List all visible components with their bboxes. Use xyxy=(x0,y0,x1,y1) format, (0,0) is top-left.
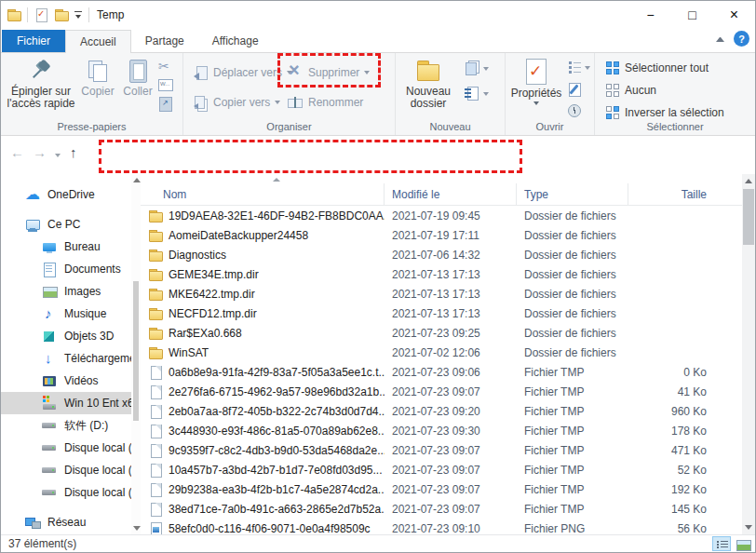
sidebar-item[interactable]: Images xyxy=(1,280,141,303)
select-all-button[interactable]: Sélectionner tout xyxy=(606,59,724,77)
column-header-modified[interactable]: Modifié le xyxy=(385,183,517,205)
file-name-cell[interactable]: WinSAT xyxy=(141,345,385,360)
image-file-icon xyxy=(148,521,163,535)
file-name-cell[interactable]: 10a457b7-a3bd-42b7-b1d7-7e08fd03d95... xyxy=(141,463,385,478)
open-button[interactable] xyxy=(567,60,590,75)
table-row[interactable]: 2e276fa6-6715-4962-9a57-98e96bd32a1b...2… xyxy=(141,382,742,401)
file-name-cell[interactable]: GEME34E.tmp.dir xyxy=(141,267,385,282)
file-name-cell[interactable]: 2e276fa6-6715-4962-9a57-98e96bd32a1b... xyxy=(141,384,385,399)
sidebar-item[interactable]: Documents xyxy=(1,258,141,280)
recent-locations-chevron-icon[interactable] xyxy=(55,154,61,157)
file-name-cell[interactable]: 29b9238a-ea3b-4f2b-b1c7-4a5e2874cd2a... xyxy=(141,482,385,497)
pin-to-quick-access-button[interactable]: Épingler sur l'accès rapide xyxy=(5,53,77,110)
table-row[interactable]: 9c9359f7-c8c2-4db3-b9d0-53da5468da2e...2… xyxy=(141,440,742,460)
properties-button[interactable]: Propriétés xyxy=(509,53,563,105)
scrollbar-thumb[interactable] xyxy=(133,281,139,421)
file-name-cell[interactable]: 2eb0a7aa-8f72-405b-b322-2c74b3d0d7d4... xyxy=(141,404,385,419)
tab-affichage[interactable]: Affichage xyxy=(198,30,273,52)
forward-icon[interactable] xyxy=(33,144,47,160)
list-scrollbar[interactable] xyxy=(742,174,755,534)
sidebar-scrollbar[interactable] xyxy=(131,174,141,534)
file-name-cell[interactable]: MKE6422.tmp.dir xyxy=(141,287,385,302)
table-row[interactable]: 38ed71ce-7a0b-491c-a663-2865e2d7b52a...2… xyxy=(141,499,742,519)
new-item-button[interactable] xyxy=(465,86,489,101)
table-row[interactable]: Diagnostics2021-07-06 14:32Dossier de fi… xyxy=(141,245,742,264)
column-header-name[interactable]: Nom xyxy=(141,183,385,205)
maximize-button[interactable]: □ xyxy=(671,1,713,29)
sidebar-item[interactable]: OneDrive xyxy=(1,183,141,206)
file-name-cell[interactable]: NECFD12.tmp.dir xyxy=(141,306,385,321)
invert-selection-button[interactable]: Inverser la sélection xyxy=(606,103,724,122)
sidebar-item[interactable]: Vidéos xyxy=(1,370,141,392)
tab-fichier[interactable]: Fichier xyxy=(2,30,65,52)
table-row[interactable]: AomeiDateBackupper244582021-07-19 17:11D… xyxy=(141,225,742,245)
new-folder-button[interactable]: Nouveau dossier xyxy=(399,53,457,110)
copy-path-icon[interactable] xyxy=(157,77,173,93)
file-name-cell[interactable]: 9c9359f7-c8c2-4db3-b9d0-53da5468da2e... xyxy=(141,443,385,458)
sidebar-item[interactable]: Win 10 Ent x64 (C xyxy=(1,392,141,414)
new-folder-qat-icon[interactable] xyxy=(54,7,69,22)
table-row[interactable]: NECFD12.tmp.dir2021-07-13 17:13Dossier d… xyxy=(141,303,742,323)
sidebar-item[interactable]: Ce PC xyxy=(1,213,141,236)
rename-button[interactable]: Renommer xyxy=(288,90,370,115)
sidebar-item[interactable]: Disque local (E:) xyxy=(1,437,141,459)
minimize-button[interactable]: − xyxy=(629,1,671,29)
table-row[interactable]: Rar$EXa0.6682021-07-23 09:25Dossier de f… xyxy=(141,323,742,343)
select-none-button[interactable]: Aucun xyxy=(606,81,724,100)
file-name-cell[interactable]: 58efc0d0-c116-4f06-9071-0e0a4f98509c xyxy=(141,521,385,535)
file-name-cell[interactable]: Rar$EXa0.668 xyxy=(141,326,385,341)
table-row[interactable]: 19D9AEA8-32E1-46DF-94B2-FB8BDC0AA...2021… xyxy=(141,206,742,225)
easy-access-button[interactable] xyxy=(465,61,489,76)
close-button[interactable]: × xyxy=(713,1,755,29)
file-name-cell[interactable]: 19D9AEA8-32E1-46DF-94B2-FB8BDC0AA... xyxy=(141,209,385,223)
table-row[interactable]: 2eb0a7aa-8f72-405b-b322-2c74b3d0d7d4...2… xyxy=(141,401,742,421)
paste-shortcut-icon[interactable] xyxy=(157,96,173,112)
sidebar-item[interactable]: 软件 (D:) xyxy=(1,414,141,437)
sidebar-item[interactable]: Objets 3D xyxy=(1,325,141,347)
sidebar-item[interactable]: Disque local (F:) xyxy=(1,459,141,481)
table-row[interactable]: 29b9238a-ea3b-4f2b-b1c7-4a5e2874cd2a...2… xyxy=(141,479,742,499)
sidebar-item[interactable]: Disque local (G:) xyxy=(1,481,141,504)
copy-button[interactable]: Copier xyxy=(77,53,118,98)
table-row[interactable]: 0a6b8e9a-91fa-42f9-83a7-5f05a3a5ee1c.t..… xyxy=(141,362,742,382)
sidebar-item[interactable]: Réseau xyxy=(1,511,141,533)
thumbnails-view-button[interactable] xyxy=(733,536,751,551)
properties-qat-icon[interactable] xyxy=(34,7,48,22)
sidebar-item[interactable]: Bureau xyxy=(1,236,141,258)
delete-button[interactable]: Supprimer xyxy=(288,61,370,85)
tab-partage[interactable]: Partage xyxy=(131,30,198,52)
scroll-up-icon[interactable] xyxy=(133,178,141,182)
table-row[interactable]: 10a457b7-a3bd-42b7-b1d7-7e08fd03d95...20… xyxy=(141,460,742,479)
file-name-cell[interactable]: Diagnostics xyxy=(141,248,385,263)
paste-button[interactable]: Coller xyxy=(118,53,157,98)
cut-icon[interactable] xyxy=(157,59,173,74)
table-row[interactable]: 58efc0d0-c116-4f06-9071-0e0a4f98509c2021… xyxy=(141,519,742,534)
sidebar-item[interactable]: Téléchargements xyxy=(1,347,141,370)
tab-accueil[interactable]: Accueil xyxy=(65,30,131,53)
scroll-down-icon[interactable] xyxy=(745,525,752,530)
move-to-button[interactable]: Déplacer vers xyxy=(193,61,292,85)
file-name-cell[interactable]: 38ed71ce-7a0b-491c-a663-2865e2d7b52a... xyxy=(141,502,385,517)
details-view-button[interactable] xyxy=(712,536,731,551)
column-header-type[interactable]: Type xyxy=(517,183,628,205)
back-icon[interactable] xyxy=(10,144,24,160)
file-name-cell[interactable]: AomeiDateBackupper24458 xyxy=(141,228,385,243)
sidebar-item[interactable]: Musique xyxy=(1,303,141,325)
table-row[interactable]: GEME34E.tmp.dir2021-07-13 17:13Dossier d… xyxy=(141,264,742,284)
file-name-cell[interactable]: 0a6b8e9a-91fa-42f9-83a7-5f05a3a5ee1c.t..… xyxy=(141,365,385,380)
history-icon[interactable] xyxy=(567,102,583,118)
file-name-cell[interactable]: 3c448930-e93f-486c-81a5-070a89ab62e8... xyxy=(141,424,385,438)
collapse-ribbon-icon[interactable] xyxy=(716,36,724,42)
edit-icon[interactable] xyxy=(567,81,583,97)
up-icon[interactable] xyxy=(70,144,77,160)
table-row[interactable]: MKE6422.tmp.dir2021-07-13 17:13Dossier d… xyxy=(141,284,742,303)
copy-to-button[interactable]: Copier vers xyxy=(193,90,292,115)
table-row[interactable]: WinSAT2021-07-02 12:06Dossier de fichier… xyxy=(141,343,742,362)
help-icon[interactable]: ? xyxy=(734,31,749,47)
table-row[interactable]: 3c448930-e93f-486c-81a5-070a89ab62e8...2… xyxy=(141,421,742,440)
scroll-down-icon[interactable] xyxy=(133,526,141,531)
scrollbar-thumb[interactable] xyxy=(743,189,754,245)
customize-qat-chevron-icon[interactable] xyxy=(74,10,83,20)
scroll-up-icon[interactable] xyxy=(745,179,752,183)
column-header-size[interactable]: Taille xyxy=(628,183,722,205)
